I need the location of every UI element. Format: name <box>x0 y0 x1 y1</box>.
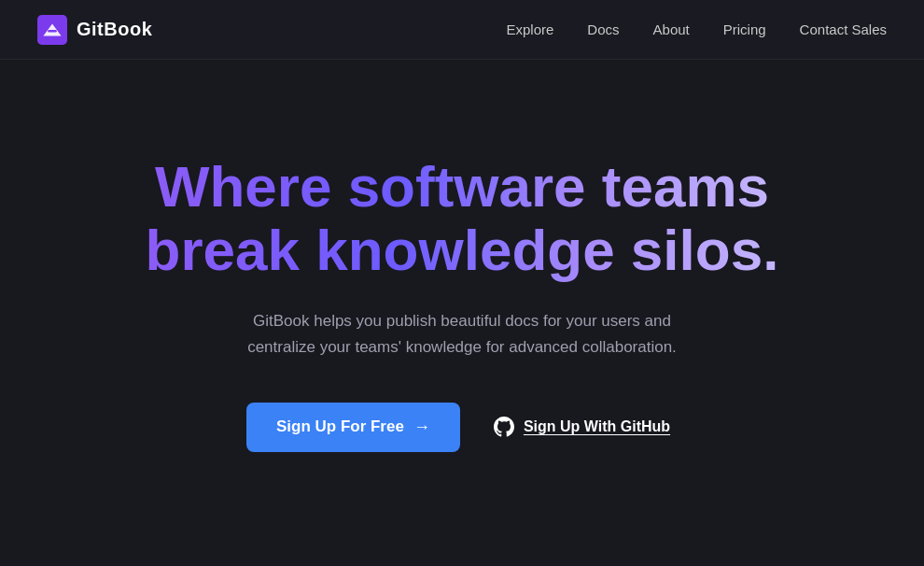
nav-about[interactable]: About <box>653 21 690 37</box>
github-icon <box>494 417 514 437</box>
hero-title: Where software teams break knowledge sil… <box>146 155 779 282</box>
nav-links: Explore Docs About Pricing Contact Sales <box>507 21 888 37</box>
signup-github-label: Sign Up With GitHub <box>524 418 670 435</box>
nav-explore[interactable]: Explore <box>507 21 554 37</box>
nav-contact-sales[interactable]: Contact Sales <box>800 21 887 37</box>
nav-docs[interactable]: Docs <box>587 21 619 37</box>
gitbook-logo-icon <box>37 15 67 45</box>
nav-pricing[interactable]: Pricing <box>723 21 766 37</box>
arrow-icon: → <box>413 417 430 437</box>
navbar: GitBook Explore Docs About Pricing Conta… <box>0 0 924 60</box>
logo[interactable]: GitBook <box>37 15 152 45</box>
signup-free-label: Sign Up For Free <box>276 417 404 436</box>
hero-title-line1: Where software teams <box>155 154 769 219</box>
signup-github-button[interactable]: Sign Up With GitHub <box>486 402 678 452</box>
signup-free-button[interactable]: Sign Up For Free → <box>246 403 460 452</box>
hero-section: Where software teams break knowledge sil… <box>0 60 924 566</box>
hero-subtitle: GitBook helps you publish beautiful docs… <box>229 308 695 361</box>
svg-rect-1 <box>48 30 57 32</box>
logo-text: GitBook <box>77 19 152 40</box>
hero-actions: Sign Up For Free → Sign Up With GitHub <box>246 402 678 452</box>
page-wrapper: GitBook Explore Docs About Pricing Conta… <box>0 0 924 566</box>
hero-title-line2: break knowledge silos. <box>146 218 779 282</box>
